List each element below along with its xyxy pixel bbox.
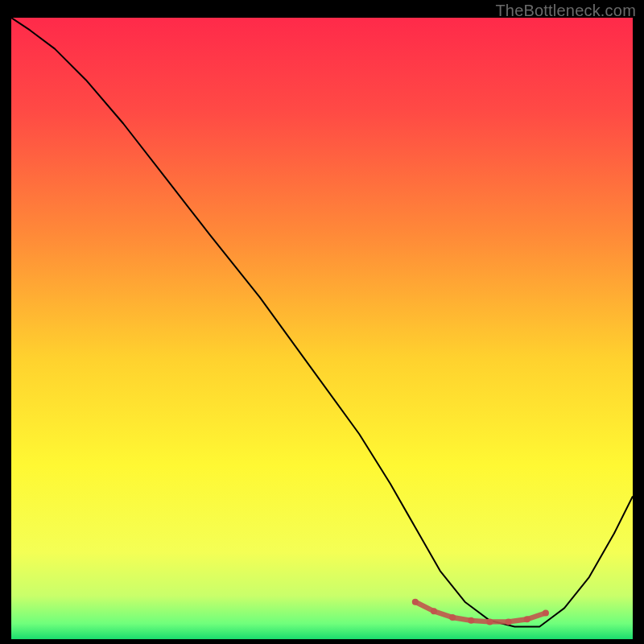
optimal-point <box>468 617 474 624</box>
optimal-point <box>412 599 419 605</box>
bottleneck-chart <box>11 18 633 639</box>
optimal-point <box>486 618 493 625</box>
optimal-point <box>506 618 512 625</box>
optimal-point <box>524 616 530 622</box>
optimal-point <box>449 614 456 621</box>
watermark-text: TheBottleneck.com <box>495 2 636 20</box>
optimal-point <box>431 608 437 614</box>
optimal-point <box>543 610 549 617</box>
chart-background <box>11 18 633 639</box>
